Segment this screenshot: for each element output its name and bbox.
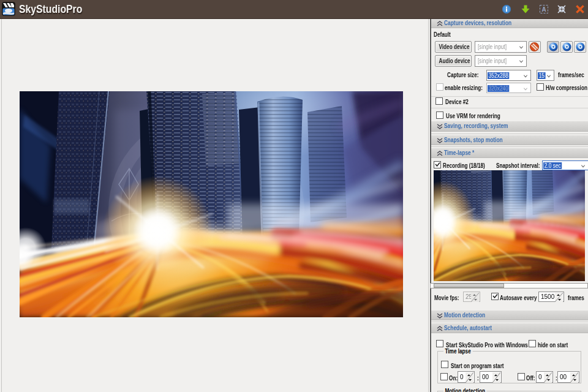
svg-text:A: A [541,6,546,13]
